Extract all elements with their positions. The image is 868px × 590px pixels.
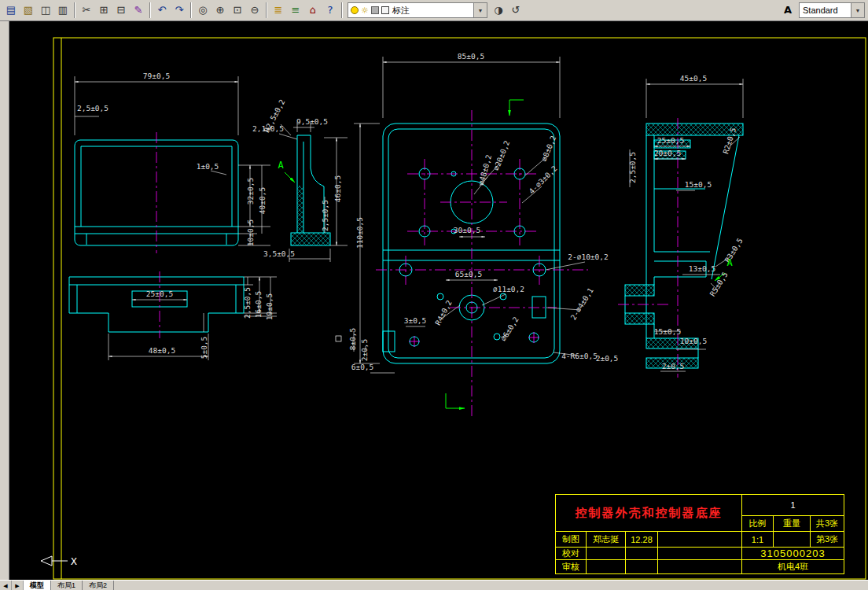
dimension-lines — [75, 57, 743, 373]
copy-button[interactable]: ⊞ — [95, 2, 112, 19]
scale-value: 1:1 — [742, 532, 774, 548]
plot-button[interactable]: ▥ — [54, 2, 72, 19]
empty-cell — [658, 532, 742, 548]
current-style-name: Standard — [800, 6, 841, 15]
tab-布局1[interactable]: 布局1 — [51, 581, 83, 590]
dimension-text: 2,5±0,5 — [321, 200, 329, 231]
check-label: 校对 — [556, 548, 587, 560]
tab-nav: ◀▶ — [0, 581, 24, 590]
dimension-text: 45±0,5 — [680, 74, 707, 83]
toolbar-separator — [190, 2, 192, 18]
properties-button[interactable]: ≡ — [287, 2, 304, 19]
dimension-text: 13±0,5 — [689, 264, 715, 273]
weight-label: 重量 — [774, 516, 811, 532]
undo-button[interactable]: ↶ — [153, 2, 171, 19]
tab-模型[interactable]: 模型 — [24, 581, 51, 590]
dimension-text: 2-∅10±0,2 — [568, 253, 608, 261]
dimension-text: ∅48±0,2 — [476, 153, 493, 186]
drawing-canvas[interactable]: X 79±0,52,5±0,52,1±0,59,5±0,51±0,5R2,5±0… — [0, 21, 868, 580]
current-layer-name: 标注 — [389, 5, 413, 17]
dropdown-arrow-icon[interactable]: ▼ — [473, 3, 487, 17]
top-view — [383, 124, 560, 363]
layer-combo[interactable]: ☼ 标注 ▼ — [348, 2, 487, 18]
plot-preview-button[interactable]: ◫ — [37, 2, 54, 19]
zoom-previous-button[interactable]: ⊖ — [246, 2, 263, 19]
empty-cell — [658, 548, 742, 560]
drawing-number: 3105000203 — [742, 548, 844, 560]
dimension-text: 10±0,5 — [246, 219, 255, 246]
help-button[interactable]: ? — [322, 2, 339, 19]
dimension-text: 20±0,5 — [654, 149, 681, 157]
dimension-text: 4-R6±0,5 — [561, 352, 598, 360]
drawn-date: 12.28 — [626, 532, 658, 548]
ucs-icon — [41, 556, 68, 566]
text-style-button[interactable]: A — [779, 2, 796, 19]
dropdown-arrow-icon[interactable]: ▼ — [851, 3, 864, 17]
dimension-text: R4±0,2 — [433, 299, 454, 326]
dimension-text: 48±0,5 — [149, 346, 175, 355]
dimension-text: 2,5±0,5 — [243, 287, 252, 319]
empty-cell — [658, 560, 742, 573]
zoom-window-button[interactable]: ⊡ — [229, 2, 246, 19]
bottom-view — [69, 277, 244, 332]
drawn-label: 制图 — [556, 532, 587, 548]
dimension-text: 3,5±0,5 — [263, 249, 295, 258]
tab-nav-next-button[interactable]: ▶ — [12, 581, 24, 590]
dimension-text: 3±0,5 — [404, 316, 427, 325]
dimension-text: 65±0,5 — [455, 270, 482, 278]
sheet-label: 第3张 — [811, 532, 844, 548]
right-section-view — [625, 124, 743, 368]
dimension-text: 8±0,5 — [348, 328, 357, 351]
redo-button[interactable]: ↷ — [171, 2, 188, 19]
dimension-text: 2,5±0,5 — [628, 152, 637, 183]
title-block-title: 控制器外壳和控制器底座 — [556, 495, 742, 532]
dimension-text: 2±0,5 — [662, 362, 685, 371]
dimension-text: 16±0,5 — [254, 291, 263, 318]
left-dock-strip — [0, 21, 9, 580]
cut-button[interactable]: ✂ — [78, 2, 95, 19]
dimension-text: 85±0,5 — [458, 52, 484, 61]
layer-manager-button[interactable]: ≣ — [270, 2, 287, 19]
dimension-text: 2-∅4±0,1 — [568, 286, 595, 322]
dimension-text: 46±0,5 — [333, 175, 342, 202]
dimension-text: 9,5±0,5 — [296, 117, 328, 126]
empty-cell — [587, 548, 626, 560]
dimension-text: A — [726, 257, 733, 268]
dimension-text: 1±0,5 — [197, 162, 219, 171]
tab-布局2[interactable]: 布局2 — [83, 581, 114, 590]
toolbar-separator — [341, 2, 343, 18]
save-button[interactable]: ▤ — [2, 2, 20, 19]
design-center-button[interactable]: ⌂ — [304, 2, 322, 19]
dimension-text: 2,5±0,5 — [77, 104, 108, 112]
dimension-text: A — [278, 160, 284, 171]
empty-cell — [626, 560, 658, 573]
review-label: 审核 — [556, 560, 587, 573]
layer-color-icon — [381, 6, 389, 14]
open-button[interactable]: ▧ — [20, 2, 37, 19]
layer-lock-icon — [371, 6, 379, 14]
layer-previous-button[interactable]: ↺ — [507, 2, 524, 19]
zoom-realtime-button[interactable]: ⊕ — [211, 2, 229, 19]
scale-label: 比例 — [742, 516, 774, 532]
dimension-text: 15±0,5 — [685, 180, 712, 189]
cad-window: ▤▧◫▥✂⊞⊟✎↶↷◎⊕⊡⊖≣≡⌂? ☼ 标注 ▼ ◑↺ A Standard … — [0, 0, 868, 590]
style-combo[interactable]: Standard ▼ — [799, 2, 865, 18]
dimension-text: ∅6±0,2 — [498, 315, 520, 343]
pan-realtime-button[interactable]: ◎ — [194, 2, 211, 19]
toolbar-separator — [266, 2, 267, 18]
toolbar: ▤▧◫▥✂⊞⊟✎↶↷◎⊕⊡⊖≣≡⌂? ☼ 标注 ▼ ◑↺ A Standard … — [0, 0, 868, 21]
toolbar-layer-buttons: ◑↺ — [490, 2, 524, 19]
paste-button[interactable]: ⊟ — [112, 2, 130, 19]
title-block: 控制器外壳和控制器底座 制图 郑志挺 12.28 校对 审核 1 比例 重量 共… — [555, 494, 844, 574]
drawn-name: 郑志挺 — [587, 532, 626, 548]
tab-nav-prev-button[interactable]: ◀ — [0, 581, 12, 590]
dimension-text: ∅8±0,2 — [539, 135, 557, 163]
dimension-text: 2±0,5 — [360, 339, 369, 362]
match-properties-button[interactable]: ✎ — [130, 2, 147, 19]
sheet-number: 1 — [742, 495, 844, 516]
toolbar-separator — [149, 2, 151, 18]
dimension-text: ∅20±0,2 — [491, 139, 511, 171]
make-object-layer-current-button[interactable]: ◑ — [490, 2, 507, 19]
toolbar-buttons: ▤▧◫▥✂⊞⊟✎↶↷◎⊕⊡⊖≣≡⌂? — [2, 2, 345, 19]
layer-on-icon — [351, 6, 359, 14]
